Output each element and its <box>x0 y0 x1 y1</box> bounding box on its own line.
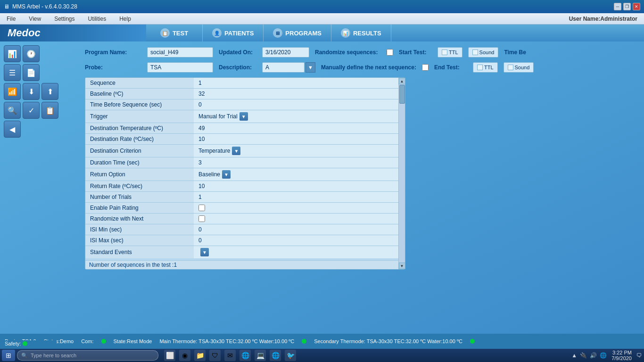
sidebar-btn-clock[interactable]: 🕐 <box>23 45 40 62</box>
updated-on-label: Updated On: <box>219 49 256 56</box>
end-sound-checkbox[interactable] <box>508 65 513 70</box>
seq-field-label-10: Number of Trials <box>85 192 194 202</box>
sidebar-btn-bar[interactable]: 📶 <box>4 83 21 100</box>
description-input[interactable] <box>262 62 305 73</box>
sidebar-btn-page[interactable]: 📄 <box>23 64 40 81</box>
seq-dropdown-8[interactable]: Baseline ▼ <box>198 170 231 179</box>
tab-test[interactable]: 📋 TEST <box>146 25 203 41</box>
end-ttl-button[interactable]: TTL <box>473 62 498 73</box>
taskbar-icon-browser[interactable]: 🌐 <box>239 350 251 361</box>
seq-dropdown-15[interactable]: ▼ <box>198 248 209 256</box>
secondary-thermode-dot <box>470 339 475 344</box>
seq-field-label-8: Return Option <box>85 168 194 181</box>
close-button[interactable]: ✕ <box>633 3 640 10</box>
randomize-label: Randomize sequences: <box>315 49 381 56</box>
clock-date: 7/9/2020 <box>611 355 632 361</box>
sidebar-btn-doc[interactable]: 📋 <box>41 102 58 119</box>
seq-field-value-3[interactable]: Manual for Trial ▼ <box>194 110 405 123</box>
start-ttl-button[interactable]: TTL <box>438 47 462 58</box>
menu-settings[interactable]: Settings <box>51 15 77 23</box>
end-test-label: End Test: <box>434 64 467 71</box>
end-ttl-checkbox[interactable] <box>477 65 483 70</box>
tab-patients[interactable]: 👤 PATIENTS <box>203 25 264 41</box>
tray-globe[interactable]: 🌐 <box>600 352 607 359</box>
status-bar: Device:TSA 2 Status:Demo Com: State:Rest… <box>0 334 644 349</box>
sequence-row-1: Baseline (ºC)32 <box>85 89 405 99</box>
program-name-label: Program Name: <box>85 49 141 56</box>
taskbar-icon-explorer[interactable]: 📁 <box>194 350 206 361</box>
start-menu-button[interactable]: ⊞ <box>2 350 15 361</box>
taskbar-icon-task-view[interactable]: ⬜ <box>164 350 175 361</box>
taskbar-icon-app3[interactable]: 🐦 <box>285 350 296 361</box>
seq-field-label-5: Destination Rate (ºC/sec) <box>85 134 194 144</box>
sidebar-btn-up[interactable]: ⬆ <box>41 83 58 100</box>
sidebar-btn-chart[interactable]: 📊 <box>4 45 21 62</box>
sidebar-btn-zoom[interactable]: 🔍 <box>4 102 21 119</box>
tab-results[interactable]: 📊 RESULTS <box>331 25 391 41</box>
taskbar-icon-store[interactable]: 🛡 <box>209 350 221 361</box>
seq-dropdown-3[interactable]: Manual for Trial ▼ <box>198 112 248 121</box>
clock-display[interactable]: 3:22 PM 7/9/2020 <box>611 350 632 361</box>
dropdown-arrow-3[interactable]: ▼ <box>239 112 248 121</box>
taskbar-icon-app1[interactable]: 💻 <box>255 350 266 361</box>
seq-checkbox-12[interactable] <box>198 215 205 222</box>
logo-area: Medoc <box>0 25 146 41</box>
seq-field-value-6[interactable]: Temperature ▼ <box>194 145 405 157</box>
manually-checkbox[interactable] <box>422 64 429 71</box>
sidebar-btn-check[interactable]: ✓ <box>23 102 40 119</box>
dropdown-arrow-15[interactable]: ▼ <box>200 248 209 256</box>
tray-volume[interactable]: 🔊 <box>590 352 597 359</box>
sequence-count: Number of sequences in the test :1 <box>85 260 405 269</box>
sidebar-btn-list[interactable]: ☰ <box>4 64 21 81</box>
seq-dropdown-6[interactable]: Temperature ▼ <box>198 147 240 155</box>
status-com: Com: <box>81 338 93 344</box>
minimize-button[interactable]: ─ <box>614 3 621 10</box>
notification-icon[interactable]: 🗨 <box>636 352 642 359</box>
scroll-thumb[interactable] <box>399 85 405 104</box>
menu-view[interactable]: View <box>26 15 44 23</box>
description-browse-button[interactable]: ▼ <box>305 62 315 73</box>
restore-button[interactable]: ❐ <box>623 3 631 10</box>
program-name-input[interactable] <box>147 47 213 58</box>
scroll-track <box>399 84 405 263</box>
menu-help[interactable]: Help <box>116 15 134 23</box>
taskbar-icon-app2[interactable]: 🌐 <box>270 350 281 361</box>
seq-field-value-2: 0 <box>194 99 405 110</box>
seq-field-value-15[interactable]: ▼ <box>194 246 405 258</box>
taskbar-icon-mail[interactable]: ✉ <box>224 350 236 361</box>
start-sound-button[interactable]: Sound <box>468 47 499 58</box>
menu-file[interactable]: File <box>4 15 18 23</box>
seq-field-value-10: 1 <box>194 192 405 202</box>
sequence-scrollbar[interactable]: ▲ ▼ <box>398 78 405 269</box>
seq-field-label-1: Baseline (ºC) <box>85 89 194 99</box>
seq-field-value-8[interactable]: Baseline ▼ <box>194 168 405 181</box>
sequence-row-12: Randomize with Next <box>85 214 405 224</box>
sidebar-btn-down[interactable]: ⬇ <box>23 83 40 100</box>
seq-field-value-11[interactable] <box>194 203 405 213</box>
dropdown-value-8: Baseline <box>198 171 220 178</box>
seq-field-value-12[interactable] <box>194 214 405 224</box>
dropdown-arrow-6[interactable]: ▼ <box>232 147 240 155</box>
tab-programs[interactable]: ⊞ PROGRAMS <box>264 25 331 41</box>
tray-network[interactable]: 🔌 <box>580 352 587 359</box>
safety-dot <box>23 341 27 346</box>
seq-checkbox-11[interactable] <box>198 205 205 211</box>
scroll-down-button[interactable]: ▼ <box>399 263 405 269</box>
menu-utilities[interactable]: Utilities <box>85 15 109 23</box>
sidebar-btn-back[interactable]: ◀ <box>4 121 21 138</box>
start-sound-checkbox[interactable] <box>472 49 478 55</box>
taskbar-icon-edge[interactable]: ◉ <box>179 350 190 361</box>
end-sound-button[interactable]: Sound <box>504 62 534 73</box>
randomize-checkbox[interactable] <box>387 49 393 56</box>
scroll-up-button[interactable]: ▲ <box>399 78 405 84</box>
search-bar[interactable]: 🔍 Type here to search <box>17 350 158 361</box>
sequence-row-8: Return Option Baseline ▼ <box>85 168 405 181</box>
probe-input[interactable] <box>147 62 213 73</box>
updated-on-input[interactable] <box>262 47 309 58</box>
tray-chevron[interactable]: ▲ <box>571 352 577 359</box>
menu-bar: File View Settings Utilities Help User N… <box>0 13 644 25</box>
start-ttl-checkbox[interactable] <box>442 49 447 55</box>
sequence-panel: Sequence1Baseline (ºC)32Time Before Sequ… <box>85 77 405 270</box>
dropdown-arrow-8[interactable]: ▼ <box>222 170 231 179</box>
seq-field-label-2: Time Before Sequence (sec) <box>85 99 194 110</box>
